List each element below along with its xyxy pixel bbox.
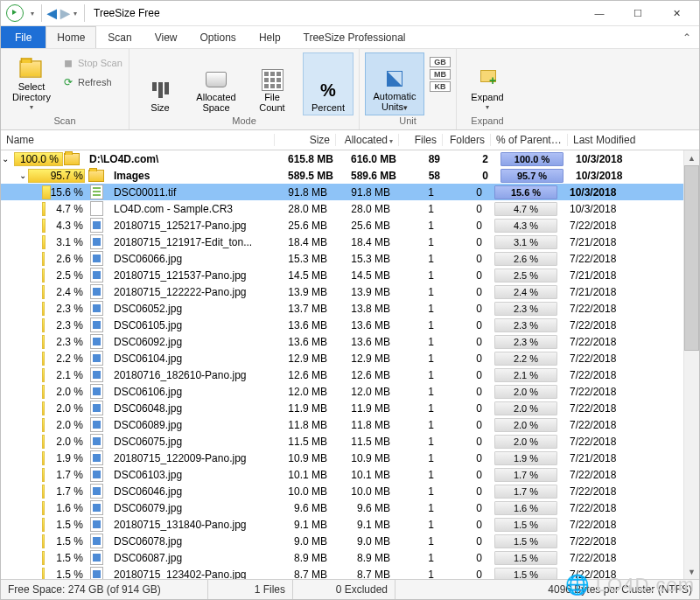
file-icon [90,450,103,465]
file-icon [90,500,103,515]
tree-row-file[interactable]: 2.4 %20180715_122222-Pano.jpg13.9 MB13.9… [1,283,699,300]
unit-mb-button[interactable]: MB [430,69,451,80]
caret-icon[interactable]: ⌄ [1,154,10,164]
tree-row-file[interactable]: 4.3 %20180715_125217-Pano.jpg25.6 MB25.6… [1,217,699,234]
file-icon [90,367,103,382]
tree-row-file[interactable]: 2.3 %DSC06105.jpg13.6 MB13.6 MB102.3 %7/… [1,317,699,333]
expand-button[interactable]: + Expand ▾ [462,52,513,115]
file-tab[interactable]: File [1,26,46,48]
titlebar: ▾ ◀ ▶ ▾ TreeSize Free — ☐ ✕ [1,1,699,26]
folder-icon [88,170,104,182]
file-icon [90,351,103,366]
tree-row-file[interactable]: 3.1 %20180715_121917-Edit_ton...18.4 MB1… [1,234,699,250]
percent-pill: 1.7 % [494,485,557,499]
maximize-button[interactable]: ☐ [619,1,657,25]
tree-row-file[interactable]: 1.5 %DSC06087.jpg8.9 MB8.9 MB101.5 %7/22… [1,549,699,566]
file-icon [90,251,103,266]
col-header-last[interactable]: Last Modified [568,134,684,146]
menu-tab-scan[interactable]: Scan [96,26,143,48]
vertical-scrollbar[interactable]: ▲ ▼ [683,150,699,579]
tree-row-folder[interactable]: ⌄95.7 %Images589.5 MB589.6 MB58095.7 %10… [1,167,699,184]
percent-pill: 2.0 % [494,385,557,399]
tree-row-file[interactable]: 1.7 %DSC06103.jpg10.1 MB10.1 MB101.7 %7/… [1,466,699,483]
nav-history-dropdown[interactable]: ▾ [72,10,80,17]
unit-auto-button[interactable]: Automatic Units▾ [365,52,424,115]
menu-tab-home[interactable]: Home [46,26,96,48]
tree-row-file[interactable]: 1.6 %DSC06079.jpg9.6 MB9.6 MB101.6 %7/22… [1,499,699,516]
tree-row-file[interactable]: 1.5 %20180715_123402-Pano.jpg8.7 MB8.7 M… [1,566,699,579]
nav-forward-icon[interactable]: ▶ [59,6,72,20]
tree-row-file[interactable]: 1.5 %DSC06078.jpg9.0 MB9.0 MB101.5 %7/22… [1,533,699,549]
group-label-mode: Mode [232,115,256,128]
unit-gb-button[interactable]: GB [430,57,451,67]
col-header-files[interactable]: Files [399,134,443,146]
file-icon [90,334,103,349]
menu-tab-treesize-professional[interactable]: TreeSize Professional [292,26,417,48]
close-button[interactable]: ✕ [657,1,696,25]
status-files: 1 Files [208,580,293,599]
scroll-down-icon[interactable]: ▼ [684,564,699,579]
tree-row-file[interactable]: 1.5 %20180715_131840-Pano.jpg9.1 MB9.1 M… [1,516,699,533]
file-tree[interactable]: ▲ ▼ ⌄100.0 %D:\LO4D.com\615.8 MB616.0 MB… [1,150,699,579]
select-directory-button[interactable]: Select Directory ▾ [6,52,57,115]
ribbon-group-scan: Select Directory ▾ ◼ Stop Scan ⟳ Refresh… [1,49,130,129]
minimize-button[interactable]: — [580,1,619,25]
tree-row-file[interactable]: 2.3 %DSC06092.jpg13.6 MB13.6 MB102.3 %7/… [1,333,699,350]
percent-pill: 2.0 % [494,401,557,415]
qa-dropdown[interactable]: ▾ [29,10,38,17]
tree-row-file[interactable]: 1.9 %20180715_122009-Pano.jpg10.9 MB10.9… [1,450,699,466]
file-icon [90,484,103,499]
file-icon [90,401,103,415]
percent-pill: 2.6 % [494,252,557,266]
percent-pill: 2.5 % [494,269,557,283]
tree-row-file[interactable]: 2.0 %DSC06106.jpg12.0 MB12.0 MB102.0 %7/… [1,383,699,400]
app-icon[interactable] [6,4,24,22]
tree-row-file[interactable]: 2.5 %20180715_121537-Pano.jpg14.5 MB14.5… [1,267,699,283]
menu-tab-view[interactable]: View [144,26,189,48]
col-header-size[interactable]: Size [275,134,336,146]
scroll-thumb[interactable] [684,165,699,351]
tree-row-file[interactable]: 2.3 %DSC06052.jpg13.7 MB13.8 MB102.3 %7/… [1,300,699,317]
refresh-icon: ⟳ [62,76,74,88]
menu-tab-options[interactable]: Options [189,26,248,48]
nav-back-icon[interactable]: ◀ [46,6,59,20]
file-icon [90,317,103,332]
tree-row-file[interactable]: 1.7 %DSC06046.jpg10.0 MB10.0 MB101.7 %7/… [1,483,699,499]
menu-tab-help[interactable]: Help [248,26,292,48]
percent-pill: 1.5 % [494,518,557,532]
file-icon [90,301,103,316]
scroll-up-icon[interactable]: ▲ [684,150,699,165]
collapse-ribbon-icon[interactable]: ⌃ [675,26,699,48]
tree-row-file[interactable]: 2.0 %DSC06075.jpg11.5 MB11.5 MB102.0 %7/… [1,433,699,450]
unit-kb-button[interactable]: KB [430,81,451,92]
percent-pill: 2.1 % [494,368,557,382]
refresh-button[interactable]: ⟳ Refresh [62,73,123,91]
tree-row-file[interactable]: 15.6 %DSC00011.tif91.8 MB91.8 MB1015.6 %… [1,184,699,200]
percent-pill: 4.3 % [494,219,557,233]
mode-allocated-button[interactable]: Allocated Space [191,52,242,115]
tree-row-file[interactable]: 2.2 %DSC06104.jpg12.9 MB12.9 MB102.2 %7/… [1,350,699,366]
menubar: File HomeScanViewOptionsHelpTreeSize Pro… [1,26,699,49]
percent-pill: 1.5 % [494,534,557,548]
tree-row-file[interactable]: 2.0 %DSC06089.jpg11.8 MB11.8 MB102.0 %7/… [1,416,699,433]
stop-icon: ◼ [62,57,74,69]
mode-size-button[interactable]: Size [135,52,186,115]
col-header-folders[interactable]: Folders [443,134,491,146]
col-header-allocated[interactable]: Allocated▾ [336,134,399,146]
caret-icon[interactable]: ⌄ [18,171,27,180]
tree-row-file[interactable]: 2.6 %DSC06066.jpg15.3 MB15.3 MB102.6 %7/… [1,250,699,267]
status-free-space: Free Space: 274 GB (of 914 GB) [1,580,208,599]
stop-scan-button[interactable]: ◼ Stop Scan [62,54,123,72]
col-header-percent[interactable]: % of Parent (... [491,134,568,146]
grid-icon [260,67,284,92]
status-excluded: 0 Excluded [293,580,396,599]
folder-icon [64,153,80,165]
tree-row-root[interactable]: ⌄100.0 %D:\LO4D.com\615.8 MB616.0 MB8921… [1,150,699,167]
tree-row-file[interactable]: 4.7 %LO4D.com - Sample.CR328.0 MB28.0 MB… [1,200,699,217]
tree-row-file[interactable]: 2.1 %20180716_182610-Pano.jpg12.6 MB12.6… [1,366,699,383]
mode-percent-button[interactable]: % Percent [303,52,354,115]
percent-pill: 3.1 % [494,235,557,249]
mode-file-count-button[interactable]: File Count [247,52,298,115]
tree-row-file[interactable]: 2.0 %DSC06048.jpg11.9 MB11.9 MB102.0 %7/… [1,400,699,416]
col-header-name[interactable]: Name [1,134,275,146]
